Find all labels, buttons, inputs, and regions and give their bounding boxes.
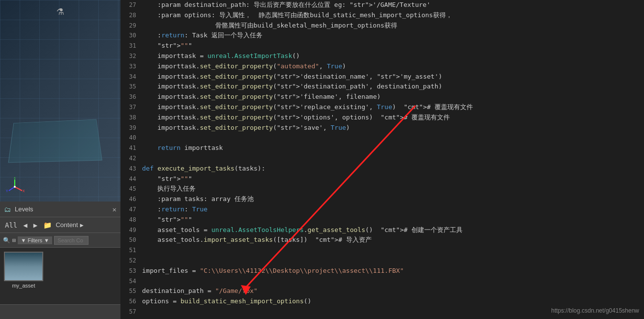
table-row: 52 [120,256,644,266]
content-label: Content [56,221,78,229]
search-icon: 🔍 [3,237,10,244]
line-number: 46 [120,194,140,204]
line-number: 28 [120,10,140,21]
line-number: 53 [120,266,140,276]
table-row: 42 [120,153,644,164]
nav-back-button[interactable]: ◀ [21,220,29,230]
levels-label: Levels [15,205,33,213]
viewport-area: ⚗ X Z Y [0,0,120,202]
asset-name-label: my_asset [12,283,35,289]
line-number: 38 [120,113,140,123]
table-row: 30 :return: Task 返回一个导入任务 [120,30,644,41]
line-number: 30 [120,30,140,41]
content-expand-arrow[interactable]: ▶ [80,222,84,229]
line-number: 56 [120,296,140,307]
line-number: 54 [120,276,140,287]
svg-text:Z: Z [14,177,16,179]
line-number: 55 [120,286,140,296]
line-content: :return: Task 返回一个导入任务 [140,30,644,41]
line-number: 45 [120,184,140,194]
filters-button[interactable]: ▼ Filters ▼ [18,236,52,244]
table-row: 37 importtask.set_editor_property("str">… [120,102,644,113]
line-content: 执行导入任务 [140,184,644,194]
line-number: 42 [120,153,140,164]
code-table: 27 :param destination_path: 导出后资产要放在什么位置… [120,0,644,319]
table-row: 56options = build_static_mesh_import_opt… [120,296,644,307]
table-row: 41 return importtask [120,143,644,153]
search-input[interactable] [54,236,88,245]
line-content: "str">""" [140,41,644,51]
line-content: "str">""" [140,215,644,225]
levels-close-button[interactable]: ✕ [113,205,117,213]
line-number: 33 [120,61,140,72]
line-number: 58 [120,317,140,319]
line-content: importtask.set_editor_property("str">'sa… [140,123,644,133]
line-content: def execute_import_tasks(tasks): [140,164,644,174]
left-panel: ⚗ X Z Y 🗂 Levels ✕ All ◀ ▶ 📁 C [0,0,120,319]
line-content [140,245,644,256]
line-content: importtask = unreal.AssetImportTask() [140,51,644,61]
all-label[interactable]: All [3,220,19,230]
line-content [140,276,644,287]
table-row: 29 骨骼属性可由build_skeletal_mesh_import_opti… [120,21,644,31]
table-row: 58import_task = creatImportTask(import_f… [120,317,644,319]
asset-item[interactable]: my_asset [4,252,43,289]
line-number: 29 [120,21,140,31]
bottom-bar [0,304,120,319]
line-content: import_files = "C:\\Users\\41132\\Deskto… [140,266,644,276]
svg-point-6 [14,186,16,188]
line-content: destination_path = "/Game/fbx" [140,286,644,296]
line-content: asset_tools.import_asset_tasks([tasks]) … [140,235,644,245]
line-number: 39 [120,123,140,133]
line-content: importtask.set_editor_property("automate… [140,61,644,72]
line-number: 43 [120,164,140,174]
line-content: :param destination_path: 导出后资产要放在什么位置 eg… [140,0,644,10]
viewport-background: ⚗ X Z Y [0,0,120,202]
svg-line-2 [9,187,15,191]
svg-text:X: X [23,189,25,193]
line-content: importtask.set_editor_property("str">'op… [140,113,644,123]
line-number: 44 [120,174,140,184]
line-number: 57 [120,307,140,317]
table-row: 39 importtask.set_editor_property("str">… [120,123,644,133]
svg-line-0 [15,187,22,191]
line-number: 48 [120,215,140,225]
line-number: 49 [120,225,140,235]
content-bar: All ◀ ▶ 📁 Content ▶ [0,217,120,233]
line-content [140,133,644,143]
table-row: 53import_files = "C:\\Users\\41132\\Desk… [120,266,644,276]
table-row: 43def execute_import_tasks(tasks): [120,164,644,174]
viewport-grid [0,0,120,202]
line-number: 37 [120,102,140,113]
line-number: 34 [120,72,140,82]
line-content [140,153,644,164]
line-content: :param tasks: array 任务池 [140,194,644,204]
table-row: 45 执行导入任务 [120,184,644,194]
line-number: 51 [120,245,140,256]
search-bar: 🔍 ⊞ ▼ Filters ▼ [0,233,120,248]
grid-view-icon: ⊞ [12,237,16,244]
line-number: 52 [120,256,140,266]
line-content: options = build_static_mesh_import_optio… [140,296,644,307]
line-number: 36 [120,92,140,102]
line-content: importtask.set_editor_property("str">'re… [140,102,644,113]
nav-forward-button[interactable]: ▶ [31,220,39,230]
asset-thumbnail-inner [5,253,42,280]
line-number: 31 [120,41,140,51]
line-content: :param options: 导入属性， 静态属性可由函数build_stat… [140,10,644,21]
table-row: 51 [120,245,644,256]
code-lines: 27 :param destination_path: 导出后资产要放在什么位置… [120,0,644,319]
table-row: 35 importtask.set_editor_property("str">… [120,82,644,92]
line-content: return importtask [140,143,644,153]
line-content: import_task = creatImportTask(import_fil… [140,317,644,319]
line-content: "str">""" [140,174,644,184]
table-row: 38 importtask.set_editor_property("str">… [120,113,644,123]
line-content: importtask.set_editor_property("str">'de… [140,72,644,82]
csdn-watermark: https://blog.csdn.net/g0415shenw [551,307,639,314]
svg-text:Y: Y [6,189,8,193]
table-row: 55destination_path = "/Game/fbx" [120,286,644,296]
table-row: 31 "str">""" [120,41,644,51]
table-row: 32 importtask = unreal.AssetImportTask() [120,51,644,61]
table-row: 27 :param destination_path: 导出后资产要放在什么位置… [120,0,644,10]
table-row: 44 "str">""" [120,174,644,184]
